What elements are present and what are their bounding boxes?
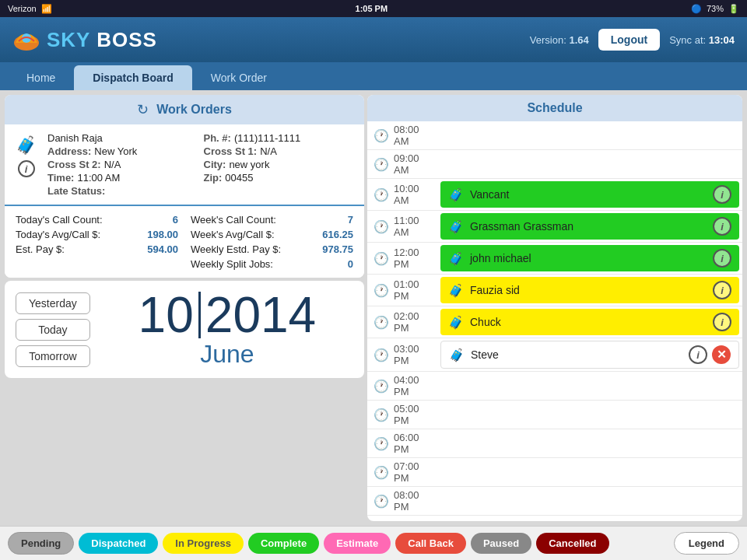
weekly-est-row: Weekly Estd. Pay $: 978.75 [191,243,353,255]
event-block[interactable]: 🧳Chucki [440,309,739,335]
event-col [437,162,742,166]
event-info-button[interactable]: i [713,217,731,236]
work-order-detail: 🧳 i Danish Raja Ph. #: (111)111-1111 Add… [5,124,364,205]
event-block[interactable]: 🧳Vancanti [440,181,739,208]
stats-grid: Today's Call Count: 6 Week's Call Count:… [16,214,353,270]
time-col: 🕐02:00 PM [367,310,437,334]
today-button[interactable]: Today [16,319,90,341]
date-day: 10 [139,290,194,340]
refresh-icon[interactable]: ↻ [137,101,149,118]
battery-text: 73% [707,4,724,13]
logo: SKY BOSS [12,26,157,54]
clock-icon: 🕐 [374,408,389,422]
legend-estimate[interactable]: Estimate [324,533,391,554]
event-close-button[interactable]: ✕ [712,345,731,364]
crossst1-value: N/A [260,145,277,157]
tab-home[interactable]: Home [8,65,74,90]
schedule-row: 🕐09:00 AM [367,150,742,179]
event-block[interactable]: 🧳Stevei✕ [440,341,739,369]
crossst1-label: Cross St 1: [204,145,258,157]
event-block[interactable]: 🧳Grassman Grassmani [440,213,739,240]
phone-label: Ph. #: [204,132,231,144]
week-avg-row: Week's Avg/Call $: 616.25 [191,229,353,240]
event-col [437,470,742,474]
clock-icon: 🕐 [374,157,389,172]
week-avg-value: 616.25 [322,229,353,240]
date-display: 10 2014 June [101,290,353,369]
legend-pending[interactable]: Pending [8,532,74,555]
schedule-body: 🕐08:00 AM🕐09:00 AM🕐10:00 AM🧳Vancanti🕐11:… [367,121,742,521]
customer-name: Danish Raja [47,132,103,144]
event-block[interactable]: 🧳john michaeli [440,245,739,271]
legend-button[interactable]: Legend [674,532,739,555]
time-text: 10:00 AM [394,183,431,206]
time-text: 03:00 PM [394,343,431,366]
event-briefcase-icon: 🧳 [448,251,464,266]
briefcase-icon: 🧳 [16,135,37,156]
time-col: 🕐10:00 AM [367,183,437,206]
est-pay-value: 594.00 [147,243,178,255]
time-col: 🕐05:00 PM [367,403,437,426]
est-pay-label: Est. Pay $: [16,243,65,255]
legend-paused[interactable]: Paused [471,533,531,554]
event-info-button[interactable]: i [689,345,707,364]
event-icons: i [713,217,731,236]
event-info-button[interactable]: i [713,185,731,204]
date-nav-panel: Yesterday Today Tomorrow 10 2014 June [5,281,364,378]
city-label: City: [204,159,226,170]
legend-callback[interactable]: Call Back [395,533,466,554]
time-value: 11:00 AM [77,172,120,184]
tab-dispatch[interactable]: Dispatch Board [74,65,191,90]
date-month: June [101,340,353,369]
week-call-label: Week's Call Count: [191,214,276,226]
tomorrow-button[interactable]: Tomorrow [16,345,90,367]
clock-icon: 🕐 [374,251,389,266]
battery-icon: 🔋 [728,4,739,14]
time-field: Time: 11:00 AM [47,172,198,184]
info-icon[interactable]: i [18,160,35,177]
event-col [437,499,742,503]
time-label: Time: [47,172,74,184]
legend-dispatched[interactable]: Dispatched [79,533,158,554]
logout-button[interactable]: Logout [598,29,660,51]
schedule-row: 🕐10:00 AM🧳Vancanti [367,179,742,211]
wo-icons: 🧳 i [16,135,37,177]
event-left: 🧳Vancant [448,187,509,202]
event-info-button[interactable]: i [713,313,731,331]
address-field: Address: New York [47,145,198,157]
legend-complete[interactable]: Complete [248,533,319,554]
zip-label: Zip: [204,172,223,184]
header-right: Version: 1.64 Logout Sync at: 13:04 [530,29,735,51]
event-left: 🧳Grassman Grassman [448,219,573,234]
event-block[interactable]: 🧳Fauzia sidi [440,277,739,303]
event-left: 🧳Fauzia sid [448,283,520,298]
schedule-row: 🕐01:00 PM🧳Fauzia sidi [367,275,742,306]
event-name: Vancant [470,188,509,201]
legend-cancelled[interactable]: Cancelled [536,533,608,554]
weekly-est-value: 978.75 [322,243,353,255]
clock-icon: 🕐 [374,379,389,394]
event-name: Steve [471,348,499,361]
clock-icon: 🕐 [374,348,389,362]
week-call-count-row: Week's Call Count: 7 [191,214,353,226]
event-briefcase-icon: 🧳 [448,219,464,234]
schedule-row: 🕐11:00 AM🧳Grassman Grassmani [367,211,742,243]
late-status-label: Late Status: [47,185,105,197]
event-col [437,133,742,138]
event-info-button[interactable]: i [713,249,731,268]
tab-workorder[interactable]: Work Order [192,65,286,90]
event-name: Fauzia sid [470,284,520,296]
event-info-button[interactable]: i [713,281,731,299]
time-text: 08:00 PM [394,489,431,513]
schedule-row: 🕐02:00 PM🧳Chucki [367,306,742,338]
schedule-row: 🕐12:00 PM🧳john michaeli [367,243,742,275]
event-briefcase-icon: 🧳 [448,315,464,330]
clock-icon: 🕐 [374,436,389,451]
main-content: ↻ Work Orders 🧳 i Danish Raja Ph. #: (11… [0,90,747,526]
time-text: 04:00 PM [394,374,431,397]
legend-inprogress[interactable]: In Progress [163,533,244,554]
status-right: 🔵 73% 🔋 [691,4,739,14]
schedule-row: 🕐03:00 PM🧳Stevei✕ [367,338,742,372]
yesterday-button[interactable]: Yesterday [16,292,90,314]
event-col [437,412,742,417]
